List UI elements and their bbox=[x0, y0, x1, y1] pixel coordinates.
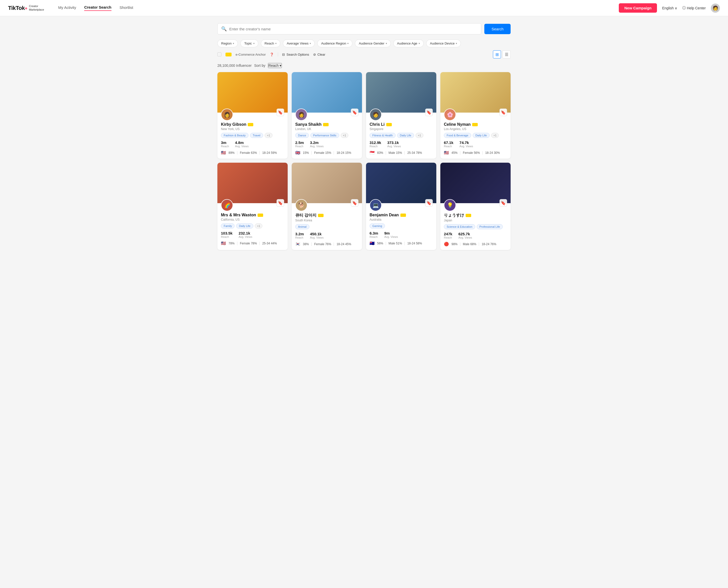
divider bbox=[404, 151, 405, 154]
tag: Gaming bbox=[370, 224, 385, 229]
search-button[interactable]: Search bbox=[484, 24, 511, 34]
avg-views-value: 9m bbox=[384, 231, 398, 235]
new-campaign-button[interactable]: New Campaign bbox=[619, 3, 657, 13]
audience-row: 🇦🇺 56% Male 51% 18-24 58% bbox=[370, 241, 433, 246]
stats-row: 3.2m Reach 450.1k Avg. Views bbox=[295, 232, 358, 239]
audience-flag: 🇸🇬 bbox=[370, 150, 375, 155]
bookmark-button[interactable]: 🔖 bbox=[425, 199, 433, 207]
avatar[interactable]: 🧑 bbox=[711, 3, 720, 13]
audience-row: 🇬🇧 15% Female 15% 18-24 15% bbox=[295, 150, 358, 155]
tags-row: Science & EducationProfessional Life bbox=[444, 224, 507, 229]
creator-name: Chris Li bbox=[370, 122, 385, 127]
creator-card: 🧑 🔖 Chris Li ⚡ Singapore Fitness & Healt… bbox=[366, 72, 436, 159]
card-body: 🌈 🔖 Mrs & Mrs Waston ⚡ California, US Fa… bbox=[217, 203, 288, 249]
tag-plus: +1 bbox=[265, 133, 272, 138]
filter-audience-region[interactable]: Audience Region ▾ bbox=[317, 40, 352, 47]
tag: Professional Life bbox=[477, 224, 503, 229]
tag: Fashion & Beauty bbox=[221, 133, 248, 138]
filter-audience-gender[interactable]: Audience Gender ▾ bbox=[355, 40, 391, 47]
tags-row: Animal bbox=[295, 224, 358, 229]
ecommerce-help-icon[interactable]: ❓ bbox=[270, 52, 274, 57]
search-options-button[interactable]: ⊟ Search Options bbox=[282, 52, 309, 57]
bookmark-button[interactable]: 🔖 bbox=[500, 199, 507, 207]
reach-value: 2.5m bbox=[295, 141, 304, 145]
bookmark-button[interactable]: 🔖 bbox=[425, 108, 433, 116]
tag: Animal bbox=[295, 224, 309, 229]
filter-average-views[interactable]: Average Views ▾ bbox=[283, 40, 315, 47]
filter-reach[interactable]: Reach ▾ bbox=[261, 40, 281, 47]
card-body: 🐕 🔖 큐티 강아지 ⚡ South Korea Animal 3.2m Rea… bbox=[292, 203, 362, 250]
avatar: 🐕 bbox=[295, 199, 307, 211]
filter-topic[interactable]: Topic ▾ bbox=[240, 40, 258, 47]
reach-label: Reach bbox=[370, 145, 381, 148]
stat-reach: 103.5k Reach bbox=[221, 231, 233, 238]
help-center-link[interactable]: ⓘ Help Center bbox=[682, 6, 706, 10]
nav-my-activity[interactable]: My Activity bbox=[58, 5, 76, 10]
stat-avg-views: 3.2m Avg. Views bbox=[310, 141, 324, 148]
filter-region[interactable]: Region ▾ bbox=[217, 40, 238, 47]
nav-creator-search[interactable]: Creator Search bbox=[84, 5, 111, 11]
avg-views-label: Avg. Views bbox=[387, 145, 401, 148]
gender-label: Female 63% bbox=[240, 151, 257, 154]
nav-links: My Activity Creator Search Shortlist bbox=[58, 5, 611, 11]
bookmark-button[interactable]: 🔖 bbox=[351, 108, 358, 116]
clear-button[interactable]: ⊘ Clear bbox=[313, 52, 325, 57]
card-body: 🌸 🔖 Celine Nyman ⚡ Los Angeles, US Food … bbox=[440, 112, 511, 159]
card-cover bbox=[217, 163, 288, 203]
navbar: TikTok+ CreatorMarketplace My Activity C… bbox=[0, 0, 728, 16]
ecommerce-label: e-Commerce Anchor bbox=[236, 52, 266, 57]
tags-row: Fashion & BeautyTravel+1 bbox=[221, 133, 284, 138]
reach-value: 6.3m bbox=[370, 231, 378, 235]
avg-views-value: 232.1k bbox=[239, 231, 252, 235]
gender-label: Female 15% bbox=[314, 151, 331, 154]
filter-audience-age[interactable]: Audience Age ▾ bbox=[393, 40, 424, 47]
divider bbox=[404, 241, 405, 245]
divider bbox=[334, 243, 334, 246]
age-range: 18-24 59% bbox=[262, 151, 277, 154]
audience-row: 🔴 98% Male 68% 18-24 76% bbox=[444, 241, 507, 247]
reach-label: Reach bbox=[370, 235, 378, 238]
creator-card: 🐕 🔖 큐티 강아지 ⚡ South Korea Animal 3.2m Rea… bbox=[292, 163, 362, 250]
age-range: 18-24 15% bbox=[336, 151, 351, 154]
stat-avg-views: 232.1k Avg. Views bbox=[239, 231, 252, 238]
ecommerce-checkbox[interactable] bbox=[217, 52, 221, 57]
avg-views-value: 74.7k bbox=[460, 141, 473, 145]
stat-avg-views: 450.1k Avg. Views bbox=[310, 232, 324, 239]
view-toggle: ⊞ ☰ bbox=[493, 50, 511, 59]
bookmark-button[interactable]: 🔖 bbox=[351, 199, 358, 207]
vertical-divider bbox=[278, 52, 278, 57]
age-range: 18-24 30% bbox=[485, 151, 500, 154]
avatar: 🧑 bbox=[370, 108, 382, 121]
bookmark-button[interactable]: 🔖 bbox=[277, 108, 284, 116]
creator-card: 👩 🔖 Kirby Gibson ⚡ New York, US Fashion … bbox=[217, 72, 288, 159]
sort-button[interactable]: Reach ▾ bbox=[268, 63, 282, 68]
creator-name: 큐티 강아지 bbox=[295, 213, 316, 218]
stat-avg-views: 74.7k Avg. Views bbox=[460, 141, 473, 148]
filter-audience-device[interactable]: Audience Device ▾ bbox=[426, 40, 461, 47]
reach-value: 3m bbox=[221, 141, 229, 145]
avg-views-value: 3.2m bbox=[310, 141, 324, 145]
tag: Performance Skills bbox=[310, 133, 339, 138]
nav-shortlist[interactable]: Shortlist bbox=[119, 5, 133, 10]
bookmark-button[interactable]: 🔖 bbox=[500, 108, 507, 116]
age-range: 18-24 58% bbox=[407, 241, 422, 245]
stat-reach: 6.3m Reach bbox=[370, 231, 378, 238]
nav-right: New Campaign English ∨ ⓘ Help Center 🧑 bbox=[619, 3, 720, 13]
audience-pct: 78% bbox=[228, 241, 235, 245]
list-view-button[interactable]: ☰ bbox=[503, 50, 511, 59]
options-row: ⚡ e-Commerce Anchor ❓ ⊟ Search Options ⊘… bbox=[217, 50, 511, 59]
audience-row: 🇺🇸 45% Female 56% 18-24 30% bbox=[444, 150, 507, 155]
divider bbox=[482, 151, 483, 154]
reach-label: Reach bbox=[295, 236, 304, 239]
grid-view-button[interactable]: ⊞ bbox=[493, 50, 501, 59]
stat-reach: 312.9k Reach bbox=[370, 141, 381, 148]
creator-location: Los Angeles, US bbox=[444, 127, 507, 131]
search-input[interactable] bbox=[229, 27, 478, 31]
avg-views-value: 4.8m bbox=[235, 141, 249, 145]
tag-plus: +1 bbox=[416, 133, 423, 138]
card-body: 💡 🔖 りょうすけ ⚡ Japan Science & EducationPro… bbox=[440, 203, 511, 250]
verified-badge: ⚡ bbox=[258, 213, 263, 217]
reach-label: Reach bbox=[221, 235, 233, 238]
bookmark-button[interactable]: 🔖 bbox=[277, 199, 284, 207]
language-selector[interactable]: English ∨ bbox=[662, 6, 677, 10]
